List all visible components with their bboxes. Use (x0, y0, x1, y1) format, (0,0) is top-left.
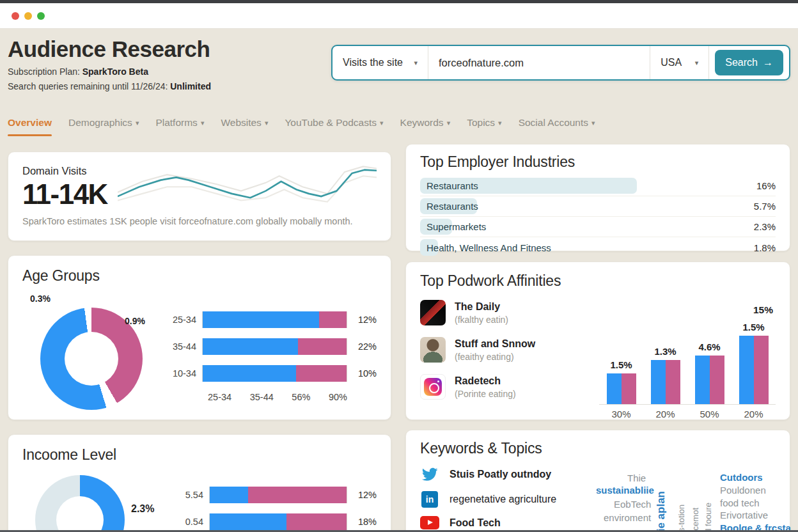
age-bar-value: 12% (347, 315, 377, 325)
cloud-word: Cutdoors (720, 472, 763, 483)
industry-value: 16% (756, 180, 776, 191)
queries-remaining-line: Search queries remaining until 11/26/24:… (8, 81, 211, 91)
region-value: USA (661, 57, 682, 68)
age-bar-value: 22% (347, 341, 377, 352)
chevron-down-icon: ▾ (695, 59, 699, 67)
page-header: Audience Research Subscription Plan: Spa… (8, 36, 790, 91)
affinity-item[interactable]: Stuff and Snnow (feaithy eating) (420, 337, 599, 363)
industry-label: Supermarkets (420, 221, 486, 232)
search-input[interactable] (439, 57, 639, 69)
youtube-icon (420, 516, 439, 529)
bar-pair (739, 336, 769, 404)
zoom-window-button[interactable] (37, 12, 45, 20)
age-bar-pink-segment (319, 311, 347, 328)
podcast-affinities-title: Top Podwork Affinities (420, 272, 776, 290)
keyword-item[interactable]: regenetative agriculture (420, 491, 593, 508)
tab-keywords[interactable]: Keywords ▾ (400, 117, 451, 136)
header-left: Audience Research Subscription Plan: Spa… (8, 36, 211, 91)
bar-value-label: 1.5% (610, 359, 632, 370)
industry-row[interactable]: Supermarkets 2.3% (420, 217, 776, 237)
age-bar-pink-segment (298, 338, 347, 355)
keywords-list: Stuis Poatly outndoy regenetative agricu… (420, 466, 593, 532)
keyword-text: Food Tech (450, 517, 501, 529)
bar-pair (607, 373, 636, 405)
titlebar (0, 3, 798, 29)
employer-industries-card: Top Employer Industries Restaurants 16% … (405, 144, 790, 251)
industry-value: 1.8% (754, 242, 776, 253)
arrow-right-icon: → (763, 57, 773, 68)
tab-label: Platforms (155, 117, 197, 129)
twitter-icon (420, 466, 439, 483)
region-select[interactable]: USA ▾ (650, 46, 709, 79)
income-donut (35, 475, 125, 532)
affinity-x-axis: 30% 20% 50% 20% (599, 409, 776, 419)
age-bar-track (202, 311, 347, 328)
industry-row[interactable]: Restaurants 5.7% (420, 196, 776, 217)
income-bar-value: 18% (347, 517, 377, 527)
affinity-bar-group: 1.5% (607, 310, 636, 404)
tab-label: YouTube & Podcasts (285, 117, 377, 129)
age-bar-row: 35-44 22% (169, 338, 377, 355)
tab-demographics[interactable]: Demographics ▾ (68, 117, 139, 136)
tab-label: Websites (221, 117, 261, 129)
chevron-down-icon: ▾ (136, 119, 139, 127)
window-controls (12, 12, 45, 20)
cloud-word: sustainabliie (596, 485, 654, 496)
affinity-name: The Daily (455, 301, 508, 313)
age-bar-track (202, 365, 347, 382)
axis-tick: 30% (607, 409, 636, 419)
keyword-item[interactable]: Food Tech (420, 516, 593, 529)
search-bar: Visits the site ▾ USA ▾ Search → (331, 45, 790, 81)
cloud-word: enviroment (604, 512, 651, 523)
affinity-item[interactable]: The Daily (fkalthy eatin) (420, 300, 599, 325)
search-mode-select[interactable]: Visits the site ▾ (332, 46, 428, 79)
tab-youtube-podcasts[interactable]: YouTube & Podcasts ▾ (285, 117, 383, 136)
age-bar-row: 10-34 10% (169, 365, 377, 382)
tab-platforms[interactable]: Platforms ▾ (155, 117, 204, 136)
axis-tick: 35-44 (250, 392, 274, 402)
industry-label: Health, Wellness And Fitness (420, 242, 551, 253)
age-groups-card: Age Groups 0.3% 0.9% 25-34 (8, 255, 391, 420)
axis-tick: 56% (292, 392, 310, 402)
age-bar-blue-segment (203, 311, 319, 328)
tab-topics[interactable]: Topics ▾ (467, 117, 501, 136)
the-daily-album-icon (420, 300, 446, 325)
bar-value-label: 1.5% (742, 322, 764, 332)
minimize-window-button[interactable] (24, 12, 32, 20)
income-donut-label: 2.3% (131, 503, 154, 515)
bar-value-label: 1.3% (654, 346, 676, 357)
cloud-word: EobTech (614, 499, 651, 510)
domain-visits-title: Domain Visits (22, 165, 107, 177)
affinity-item[interactable]: Radetech (Porinte eating) (420, 374, 599, 400)
search-button-wrap: Search → (709, 46, 789, 79)
cloud-word-vertical: palvs-totion (677, 505, 686, 532)
chevron-down-icon: ▾ (498, 119, 502, 127)
income-bar-pink-segment (286, 513, 347, 530)
axis-tick: 90% (329, 392, 347, 402)
page-title: Audience Research (8, 36, 211, 62)
income-bar-row: 0.54 18% (176, 513, 377, 530)
axis-tick: 20% (739, 409, 769, 419)
chevron-down-icon: ▾ (265, 119, 269, 127)
industry-label: Restaurants (420, 180, 478, 191)
industry-row[interactable]: Health, Wellness And Fitness 1.8% (420, 237, 776, 258)
keyword-text: Stuis Poatly outndoy (450, 469, 551, 480)
age-bars-chart: 25-34 12% 35-44 (169, 293, 377, 412)
age-x-axis: 25-34 35-44 56% 90% (208, 392, 347, 402)
tab-label: Demographics (68, 117, 132, 129)
affinity-top-value: 15% (753, 304, 773, 316)
affinity-bar-group: 4.6% (695, 310, 724, 404)
affinity-list: The Daily (fkalthy eatin) Stuff and Snno… (420, 300, 599, 419)
affinity-subtitle: (Porinte eating) (455, 389, 516, 399)
close-window-button[interactable] (12, 12, 19, 20)
industry-row[interactable]: Restaurants 16% (420, 176, 776, 196)
tab-overview[interactable]: Overview (8, 117, 52, 136)
tab-websites[interactable]: Websites ▾ (221, 117, 268, 136)
age-bar-label: 25-34 (169, 315, 202, 325)
age-bar-track (202, 338, 347, 355)
keyword-item[interactable]: Stuis Poatly outndoy (420, 466, 593, 483)
linkedin-icon (420, 491, 439, 508)
keywords-topics-title: Keywords & Topics (420, 440, 776, 457)
search-button[interactable]: Search → (715, 50, 783, 75)
tab-social-accounts[interactable]: Social Accounts ▾ (519, 117, 595, 136)
